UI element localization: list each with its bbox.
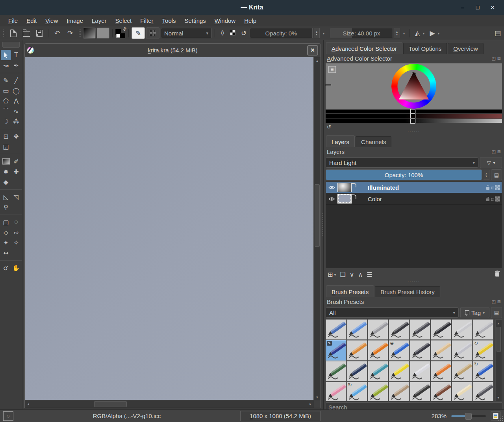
zoom-slider[interactable] <box>451 412 486 420</box>
brush-preset-tile[interactable] <box>431 382 451 401</box>
scroll-down-icon[interactable]: ▾ <box>495 394 502 401</box>
brush-preset-tile[interactable] <box>410 361 430 381</box>
brush-preset-tile[interactable] <box>368 382 388 401</box>
choose-brush-preset-button[interactable] <box>146 27 159 39</box>
preset-scroll-thumb[interactable] <box>497 327 501 352</box>
horizontal-scroll-thumb[interactable] <box>94 401 127 407</box>
dynamic-brush-tool[interactable]: ☽ <box>1 116 11 126</box>
save-button[interactable] <box>33 28 45 39</box>
toolbox-drag-handle[interactable] <box>2 42 20 48</box>
shade-bar-2[interactable] <box>326 114 502 118</box>
tab-layers[interactable]: Layers <box>326 135 355 147</box>
canvas[interactable] <box>25 57 314 400</box>
rectangle-tool[interactable]: ▭ <box>1 85 11 96</box>
sv-cursor[interactable] <box>412 72 416 76</box>
brush-preset-tile[interactable] <box>431 319 451 340</box>
lock-icon[interactable] <box>486 198 489 201</box>
assistants-tool[interactable]: ◺ <box>1 192 11 202</box>
scroll-down-icon[interactable]: ▾ <box>314 394 321 400</box>
layer-filter-button[interactable]: ▽▾ <box>480 157 502 168</box>
preset-scrollbar[interactable]: ▴ ▾ <box>495 319 502 401</box>
smart-patch-tool[interactable]: ✚ <box>11 167 21 177</box>
canvas-vertical-scrollbar[interactable]: ▴ ▾ <box>313 57 321 400</box>
brush-preset-tile[interactable] <box>452 319 472 340</box>
brush-preset-tile[interactable] <box>452 340 472 361</box>
tab-channels[interactable]: Channels <box>356 136 391 147</box>
pattern-chooser-button[interactable] <box>97 28 109 39</box>
brush-preset-tile[interactable] <box>346 361 367 381</box>
brush-preset-tile[interactable] <box>326 361 346 381</box>
layer-blend-mode-combo[interactable]: Hard Light ▾ <box>326 157 478 168</box>
color-sampler-tool[interactable]: ✐ <box>11 156 21 167</box>
colorize-mask-tool[interactable]: ✹ <box>1 167 11 177</box>
new-document-button[interactable] <box>7 28 19 39</box>
sv-triangle[interactable] <box>396 70 432 103</box>
menu-item-view[interactable]: View <box>41 16 62 25</box>
selection-display-mode-button[interactable]: ◌ <box>3 411 13 421</box>
tab-brush-preset-history[interactable]: Brush Preset History <box>375 286 440 297</box>
scroll-left-icon[interactable]: ◂ <box>25 400 32 407</box>
brush-preset-tile[interactable]: ↻ <box>346 382 367 401</box>
menu-item-select[interactable]: Select <box>111 16 136 25</box>
wraparound-mode-button[interactable]: ▶ <box>428 28 437 39</box>
document-close-button[interactable]: ✕ <box>307 45 318 56</box>
crop-tool[interactable]: ◱ <box>1 141 11 152</box>
brush-preset-tile[interactable] <box>452 361 472 381</box>
brush-preset-tile[interactable] <box>431 340 451 361</box>
zoom-slider-handle[interactable] <box>465 413 472 420</box>
color-history-reset-button[interactable]: ↺ <box>327 124 333 130</box>
pan-tool[interactable]: ✋ <box>11 263 21 273</box>
rect-select-tool[interactable]: ▢ <box>1 217 11 227</box>
freehand-brush-tool[interactable]: ✎ <box>1 75 11 85</box>
layer-properties-button[interactable]: ☰ <box>367 271 372 278</box>
polyline-tool[interactable]: ⋀ <box>11 96 21 106</box>
brush-preset-tile[interactable] <box>346 340 367 361</box>
blending-mode-combo[interactable]: Normal ▾ <box>161 28 212 38</box>
brush-preset-tile[interactable] <box>368 361 388 381</box>
brush-preset-tile[interactable]: ↻ <box>473 340 493 361</box>
brush-preset-tile[interactable] <box>326 382 346 401</box>
layer-opacity-slider[interactable]: Opacity: 100% <box>326 169 482 180</box>
gradient-chooser-button[interactable] <box>83 28 96 39</box>
freehand-path-tool[interactable]: ∿ <box>11 106 21 116</box>
docker-splitter[interactable]: ······ <box>324 280 504 283</box>
ellipse-select-tool[interactable]: ◌ <box>11 217 21 227</box>
poly-select-tool[interactable]: ◇ <box>1 227 11 237</box>
edit-shapes-tool[interactable]: ↝ <box>1 60 11 70</box>
calligraphy-tool[interactable]: ✒ <box>11 60 21 70</box>
brush-preset-tile[interactable]: ✎ <box>326 340 346 361</box>
line-tool[interactable]: ╱ <box>11 75 21 85</box>
brush-preset-tile[interactable] <box>473 382 493 401</box>
swap-colors-icon[interactable]: ⇄ <box>122 26 128 32</box>
brush-preset-tile[interactable] <box>368 319 388 340</box>
brush-preset-tile[interactable] <box>346 319 367 340</box>
toolbar-drag-handle[interactable] <box>3 29 5 37</box>
bezier-select-tool[interactable]: ✧ <box>11 237 21 248</box>
secondary-color-swatch[interactable] <box>120 33 125 38</box>
maximize-button[interactable]: □ <box>470 0 485 15</box>
layer-opacity-spinner[interactable]: ▴▾ <box>484 170 489 180</box>
float-docker-icon[interactable]: ◳ <box>491 149 495 154</box>
delete-layer-button[interactable] <box>495 270 500 278</box>
move-tool[interactable]: ✥ <box>11 131 21 141</box>
reload-original-preset-button[interactable]: ↺ <box>239 28 248 39</box>
size-options-arrow[interactable]: ▾ <box>401 28 407 38</box>
opacity-options-arrow[interactable]: ▾ <box>321 28 326 38</box>
menu-item-edit[interactable]: Edit <box>22 16 41 25</box>
menu-item-layer[interactable]: Layer <box>87 16 111 25</box>
preset-filter-combo[interactable]: All ▾ <box>326 307 459 318</box>
tab-advanced-color-selector[interactable]: Advanced Color Selector <box>326 42 402 54</box>
size-slider[interactable]: Size: 40.00 px <box>330 28 393 38</box>
zoom-tool[interactable]: ⚲ <box>1 263 11 273</box>
move-layer-up-button[interactable]: ∧ <box>358 271 363 278</box>
move-layer-down-button[interactable]: ∨ <box>350 271 354 278</box>
hue-marker[interactable] <box>325 84 331 86</box>
menu-item-window[interactable]: Window <box>210 16 240 25</box>
eraser-mode-button[interactable]: ◊ <box>218 28 227 39</box>
multibrush-tool[interactable]: ⁂ <box>11 116 21 126</box>
undo-button[interactable]: ↶ <box>51 28 63 39</box>
text-tool[interactable]: T <box>11 50 21 60</box>
scroll-up-icon[interactable]: ▴ <box>495 320 502 326</box>
layer-visibility-toggle[interactable] <box>328 197 335 201</box>
layer-thumbnail[interactable] <box>337 194 352 204</box>
